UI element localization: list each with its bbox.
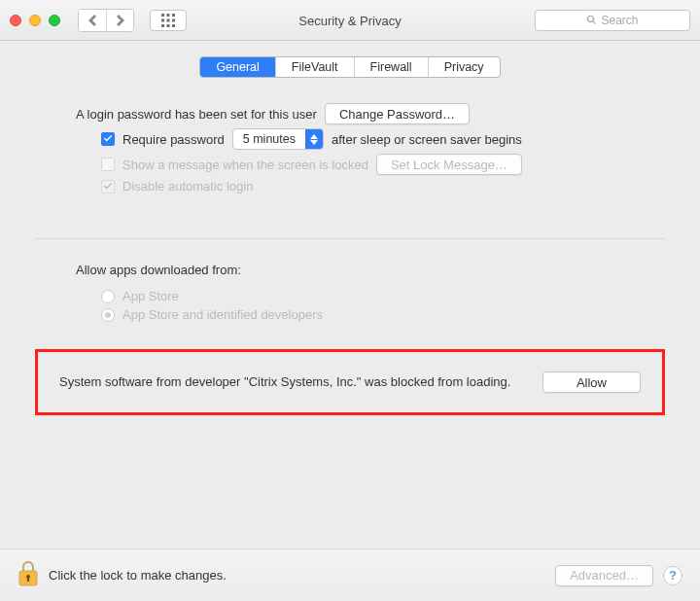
window-title: Security & Privacy [298,13,401,27]
chevron-right-icon [117,15,124,26]
svg-rect-3 [161,18,164,21]
require-password-checkbox[interactable] [101,132,115,146]
tab-privacy[interactable]: Privacy [428,57,500,77]
back-button[interactable] [79,10,106,31]
divider [35,238,665,239]
require-password-delay-select[interactable]: 5 minutes [232,128,324,150]
svg-rect-7 [167,24,170,27]
delay-value: 5 minutes [233,129,305,149]
blocked-software-text: System software from developer "Citrix S… [59,373,527,391]
footer-bar: Click the lock to make changes. Advanced… [0,548,700,601]
advanced-button: Advanced… [555,565,653,586]
show-message-checkbox [101,158,115,171]
tab-filevault[interactable]: FileVault [275,57,354,77]
nav-buttons [78,9,134,32]
radio-appstore-identified-label: App Store and identified developers [122,307,323,322]
require-password-label: Require password [122,132,225,147]
disable-auto-login-checkbox [101,180,115,194]
checkmark-icon [103,182,113,192]
allow-button[interactable]: Allow [542,371,641,393]
search-placeholder: Search [601,14,638,27]
svg-rect-8 [172,24,175,27]
chevron-left-icon [88,15,96,26]
grid-icon [161,14,175,27]
close-icon[interactable] [10,15,21,26]
select-stepper-icon [305,129,323,149]
checkmark-icon [103,134,113,144]
show-message-label: Show a message when the screen is locked [122,158,368,172]
set-lock-message-button: Set Lock Message… [376,154,522,175]
svg-rect-2 [172,14,175,17]
login-intro-text: A login password has been set for this u… [76,107,317,122]
forward-button[interactable] [106,10,133,31]
after-sleep-text: after sleep or screen saver begins [332,132,522,147]
svg-rect-5 [172,18,175,21]
radio-appstore-label: App Store [122,289,179,303]
help-button[interactable]: ? [663,566,682,585]
svg-rect-4 [167,18,170,21]
maximize-icon[interactable] [49,15,60,26]
lock-text: Click the lock to make changes. [49,568,227,583]
tab-bar: General FileVault Firewall Privacy [35,56,665,78]
svg-rect-6 [161,24,164,27]
title-bar: Security & Privacy Search [0,0,700,41]
blocked-software-notice: System software from developer "Citrix S… [35,349,665,415]
change-password-button[interactable]: Change Password… [325,103,470,124]
lock-icon[interactable] [18,560,39,590]
radio-appstore-identified [101,308,115,322]
search-icon [586,15,597,25]
tab-firewall[interactable]: Firewall [354,57,428,77]
svg-rect-11 [27,577,29,582]
tab-general[interactable]: General [200,57,274,77]
downloads-heading: Allow apps downloaded from: [76,263,241,277]
svg-rect-0 [161,14,164,17]
search-input[interactable]: Search [535,10,690,31]
minimize-icon[interactable] [29,15,41,26]
radio-appstore [101,290,115,303]
window-controls [10,15,60,26]
show-all-button[interactable] [150,10,187,31]
disable-auto-login-label: Disable automatic login [122,179,253,194]
svg-rect-1 [167,14,170,17]
